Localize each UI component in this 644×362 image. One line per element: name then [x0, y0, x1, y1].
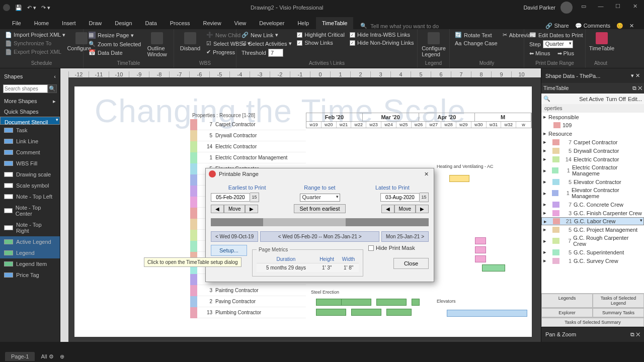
earliest-next[interactable]: ▶ — [245, 205, 258, 213]
earliest-date-input[interactable] — [211, 193, 250, 202]
rotate-text[interactable]: 🔄 Rotate Text — [454, 31, 499, 39]
stencil-item[interactable]: Link Line — [0, 136, 60, 147]
latest-prev[interactable]: ◀ — [381, 205, 394, 213]
set-from-earliest[interactable]: Set from earliest — [294, 204, 345, 213]
tab-timetable[interactable]: TimeTable — [316, 17, 353, 29]
new-page-icon[interactable]: ⊕ — [60, 353, 64, 360]
about-timetable[interactable]: TimeTable — [590, 31, 614, 52]
legend-item[interactable]: ▸7Carpet Contractor — [541, 138, 644, 146]
latest-date-input[interactable] — [380, 193, 420, 202]
emoji-icon[interactable]: 😊 — [616, 23, 623, 29]
tab-file[interactable]: File — [6, 17, 27, 29]
all-pages[interactable]: All ⚙ — [41, 353, 53, 360]
comments-button[interactable]: 💬 Comments — [575, 23, 610, 29]
tab-tasks-legend[interactable]: Tasks of Selected Legend — [593, 294, 644, 308]
undo-icon[interactable]: ↶ ▾ — [27, 5, 36, 11]
step-select[interactable]: Quarter — [543, 40, 573, 48]
tl-prev[interactable]: < Wed 09-Oct-19 — [211, 231, 258, 242]
highlight-critical[interactable]: ✓Highlight Critical — [296, 31, 345, 38]
edit[interactable]: Edit... — [628, 96, 642, 102]
responsible-value[interactable]: 109 — [541, 121, 644, 129]
tab-design[interactable]: Design — [109, 17, 138, 29]
tl-current[interactable]: < Wed 05-Feb-20 -- Mon 25-Jan-21 > — [260, 231, 379, 242]
latest-next[interactable]: ▶ — [416, 205, 429, 213]
shapes-search-input[interactable] — [3, 84, 48, 93]
legend-item[interactable]: ▸1Elevator Contractor Manageme — [541, 186, 644, 200]
zoom-selected[interactable]: 🔍Zoom to Selected — [88, 40, 142, 48]
dialog-close-icon[interactable]: ✕ — [422, 171, 431, 177]
resource-row[interactable]: ▸Resource — [541, 129, 644, 138]
close-button[interactable]: ✕ — [629, 3, 641, 12]
autosave-icon[interactable] — [3, 4, 10, 11]
stencil-item[interactable]: WBS Fill — [0, 158, 60, 169]
legend-item[interactable]: ▸5G.C. Superintendent — [541, 248, 644, 256]
tab-tasks-summary[interactable]: Tasks of Selected Summary — [541, 318, 644, 327]
responsible-row[interactable]: ▸Responsible — [541, 113, 644, 121]
disband-button[interactable]: Disband — [178, 31, 202, 52]
threshold-input[interactable] — [268, 49, 283, 57]
page-tab[interactable]: Page-1 — [5, 352, 35, 361]
minimize-button[interactable]: — — [595, 3, 607, 12]
legend-item[interactable]: ▸21G.C. Labor Crew — [541, 217, 644, 225]
tab-draw[interactable]: Draw — [83, 17, 108, 29]
close-panel-icon[interactable]: ✕ — [635, 72, 640, 78]
hide-nondriving[interactable]: ✓Hide Non-Driving Links — [349, 39, 415, 46]
hide-print-mask[interactable]: Hide Print Mask — [368, 245, 429, 251]
stencil-item[interactable]: Price Tag — [0, 269, 60, 281]
stencil-item[interactable]: Drawing scale — [0, 169, 60, 180]
set-active[interactable]: Set Active — [579, 96, 604, 102]
task-pane-opts-icon[interactable]: ▾ — [631, 72, 634, 78]
redo-icon[interactable]: ↷ ▾ — [41, 5, 50, 11]
stencil-item[interactable]: Scale symbol — [0, 180, 60, 191]
tab-developer[interactable]: Developer — [253, 17, 290, 29]
tab-process[interactable]: Process — [164, 17, 196, 29]
plus-button[interactable]: ➡ Plus — [557, 50, 574, 57]
shapes-search-btn[interactable]: 🔍 — [48, 84, 57, 93]
avatar[interactable] — [560, 2, 573, 14]
popout-icon[interactable]: ⧉ — [632, 85, 636, 91]
legend-item[interactable]: ▸5G.C. Project Management — [541, 225, 644, 234]
legend-item[interactable]: ▸1Electric Contractor Manageme — [541, 163, 644, 177]
hide-intra[interactable]: ✓Hide Intra-WBS Links — [349, 31, 415, 38]
tab-explorer[interactable]: Explorer — [541, 308, 593, 317]
legend-item[interactable]: ▸3G.C. Finish Carpenter Crew — [541, 209, 644, 217]
legend-item[interactable]: ▸14Electric Contractor — [541, 155, 644, 163]
save-icon[interactable]: 💾 — [15, 5, 22, 11]
stencil-item[interactable]: Note - Top Left — [0, 191, 60, 202]
setup-button[interactable]: Setup... — [211, 245, 247, 256]
resize-page[interactable]: ▦Resize Page ▾ — [88, 31, 142, 39]
legend-item[interactable]: ▸1G.C. Survey Crew — [541, 256, 644, 265]
calendar-icon[interactable]: 15 — [420, 193, 429, 202]
stencil-item[interactable]: Active Legend — [0, 236, 60, 247]
tab-insert[interactable]: Insert — [56, 17, 82, 29]
tell-me[interactable]: 🔍 Tell me what you want to do — [360, 23, 544, 29]
minus-button[interactable]: ⬅ Minus — [529, 50, 550, 57]
popout-icon[interactable]: ⧉ — [630, 331, 634, 337]
tab-view[interactable]: View — [228, 17, 253, 29]
timetable-tab[interactable]: TimeTable — [543, 85, 569, 92]
tl-next[interactable]: Mon 25-Jan-21 > — [381, 231, 429, 242]
range-select[interactable]: Quarter — [300, 194, 340, 202]
tab-data[interactable]: Data — [139, 17, 163, 29]
data-date[interactable]: 📅Data Date — [88, 49, 142, 56]
legend-item[interactable]: ▸5Elevator Contractor — [541, 177, 644, 186]
close-icon[interactable]: ✕ — [638, 85, 642, 91]
tab-review[interactable]: Review — [197, 17, 227, 29]
close-ribbon-icon[interactable]: ✕ — [629, 23, 634, 29]
user-name[interactable]: David Parker — [523, 5, 555, 11]
tab-legends[interactable]: Legends — [541, 294, 593, 308]
earliest-move[interactable]: Move — [224, 205, 245, 213]
stencil-item[interactable]: Comment — [0, 147, 60, 158]
search-icon[interactable]: 🔍 — [543, 96, 550, 102]
tab-summary[interactable]: Summary Tasks — [593, 308, 644, 317]
resource-row[interactable]: 3Painting Contractor — [190, 285, 306, 296]
outline-window[interactable]: Outline Window — [145, 31, 169, 58]
maximize-button[interactable]: ☐ — [612, 3, 624, 12]
close-button[interactable]: Close — [393, 258, 429, 269]
stencil-item[interactable]: Legend — [0, 247, 60, 258]
calendar-icon[interactable]: 15 — [250, 193, 259, 202]
edit-dates[interactable]: 📰 Edit Dates to Print — [528, 31, 584, 39]
stencil-item[interactable]: Task — [0, 125, 60, 136]
range-slider[interactable] — [211, 218, 429, 226]
schedule-item[interactable]: 📄 Import Project XML ▾ — [4, 31, 66, 39]
